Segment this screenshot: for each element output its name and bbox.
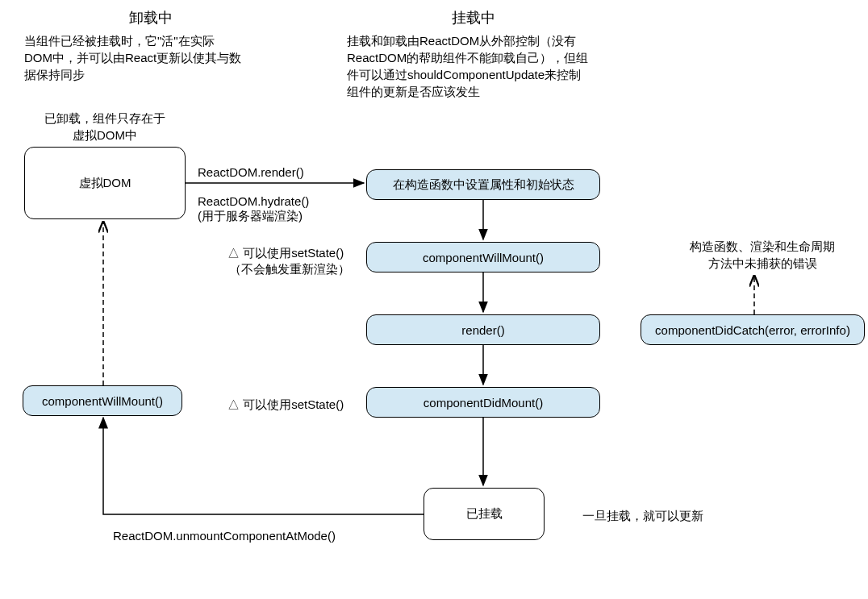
- setstate-can-label: △ 可以使用setState(): [227, 397, 344, 413]
- mounting-desc: 挂载和卸载由ReactDOM从外部控制（没有ReactDOM的帮助组件不能卸载自…: [347, 32, 589, 100]
- unmounting-desc: 当组件已经被挂载时，它"活"在实际DOM中，并可以由React更新以使其与数据保…: [24, 32, 242, 83]
- error-note: 构造函数、渲染和生命周期方法中未捕获的错误: [686, 238, 839, 272]
- constructor-box: 在构造函数中设置属性和初始状态: [366, 169, 600, 200]
- setstate-norender-1: △ 可以使用setState(): [227, 245, 344, 261]
- constructor-label: 在构造函数中设置属性和初始状态: [393, 177, 574, 193]
- reactdom-render-label: ReactDOM.render(): [198, 164, 304, 181]
- component-will-mount-box: componentWillMount(): [366, 242, 600, 272]
- virtual-dom-label: 虚拟DOM: [79, 176, 131, 191]
- component-will-unmount-box: componentWillMount(): [23, 385, 182, 416]
- mounted-label: 已挂载: [466, 506, 503, 522]
- component-did-mount-box: componentDidMount(): [366, 387, 600, 418]
- component-did-catch-label: componentDidCatch(error, errorInfo): [655, 323, 850, 337]
- setstate-norender-2: （不会触发重新渲染）: [229, 261, 350, 277]
- unloaded-note: 已卸载，组件只存在于虚拟DOM中: [44, 110, 165, 144]
- virtual-dom-box: 虚拟DOM: [24, 147, 186, 219]
- unmounting-title: 卸载中: [129, 8, 173, 27]
- unmount-at-node-label: ReactDOM.unmountComponentAtMode(): [113, 528, 336, 544]
- render-box: render(): [366, 314, 600, 345]
- mounting-title: 挂载中: [452, 8, 495, 27]
- reactdom-hydrate-label: ReactDOM.hydrate(): [198, 193, 309, 210]
- mounted-box: 已挂载: [424, 488, 545, 540]
- component-did-catch-box: componentDidCatch(error, errorInfo): [641, 314, 865, 345]
- once-mounted-label: 一旦挂载，就可以更新: [582, 508, 703, 524]
- component-did-mount-label: componentDidMount(): [424, 396, 543, 410]
- hydrate-note-label: (用于服务器端渲染): [198, 208, 303, 224]
- component-will-mount-label: componentWillMount(): [423, 251, 544, 264]
- component-will-unmount-label: componentWillMount(): [42, 394, 163, 408]
- render-label: render(): [461, 323, 504, 337]
